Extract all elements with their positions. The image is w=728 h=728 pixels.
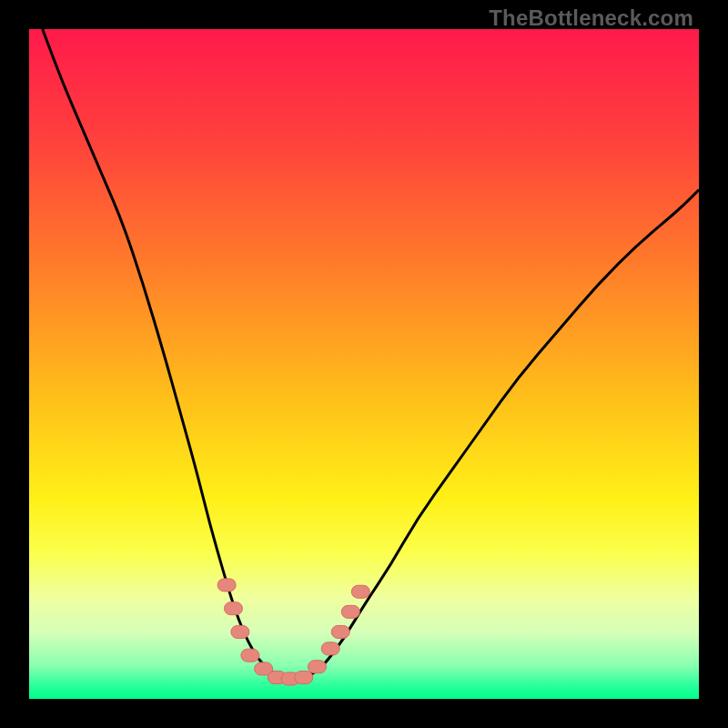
valley-marker <box>241 649 259 662</box>
valley-marker <box>224 602 242 615</box>
outer-frame: TheBottleneck.com <box>0 0 728 728</box>
bottleneck-curve <box>43 29 699 679</box>
valley-markers <box>217 579 369 685</box>
valley-marker <box>341 605 359 618</box>
valley-marker <box>321 642 339 655</box>
valley-marker <box>331 625 349 638</box>
chart-svg <box>29 29 699 699</box>
valley-marker <box>308 661 326 673</box>
valley-marker <box>217 579 236 592</box>
valley-marker <box>295 671 313 683</box>
plot-area <box>29 29 699 699</box>
watermark-text: TheBottleneck.com <box>489 5 693 31</box>
valley-marker <box>231 625 249 638</box>
valley-marker <box>351 585 369 598</box>
